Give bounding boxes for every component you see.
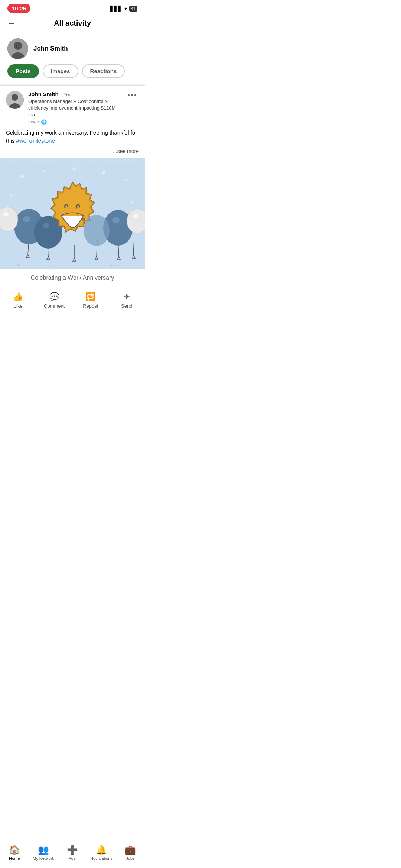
svg-point-30 [3, 212, 9, 217]
post-hashtag[interactable]: #workmilestone [16, 137, 55, 144]
like-icon: 👍 [13, 292, 23, 302]
svg-point-37 [133, 214, 138, 218]
post-image [0, 158, 145, 269]
post-meta: John Smith · You Operations Manager – Co… [28, 91, 121, 125]
celebration-svg [0, 165, 145, 269]
profile-name: John Smith [33, 45, 68, 52]
like-label: Like [14, 303, 23, 309]
status-time: 10:26 [7, 4, 30, 13]
globe-icon: 🌐 [41, 119, 47, 125]
page-title: All activity [54, 19, 91, 27]
post-timestamp: now • 🌐 [28, 119, 121, 125]
comment-icon: 💬 [49, 292, 59, 302]
svg-point-8 [21, 175, 24, 178]
signal-icon: ▋▋▋ [110, 6, 122, 12]
dot-separator: • [38, 119, 39, 124]
svg-point-33 [82, 218, 85, 221]
battery-icon: 41 [129, 6, 137, 12]
like-button[interactable]: 👍 Like [0, 292, 36, 309]
more-options-button[interactable]: ••• [126, 91, 139, 100]
avatar [7, 38, 28, 59]
post-image-caption: Celebrating a Work Anniversary [0, 269, 145, 288]
svg-point-14 [10, 194, 13, 197]
svg-point-28 [23, 216, 30, 222]
profile-section: John Smith [0, 32, 145, 64]
post-avatar [6, 91, 24, 109]
wifi-icon: ▾ [124, 6, 127, 12]
svg-point-40 [55, 266, 56, 267]
post-name-row: John Smith · You [28, 91, 121, 97]
status-bar: 10:26 ▋▋▋ ▾ 41 [0, 0, 145, 15]
send-button[interactable]: ✈ Send [109, 292, 145, 309]
tab-posts[interactable]: Posts [7, 64, 39, 78]
send-label: Send [121, 303, 132, 309]
svg-rect-3 [16, 45, 17, 48]
content-area: John Smith Posts Images Reactions John S… [0, 32, 145, 346]
svg-point-12 [72, 167, 76, 171]
svg-point-35 [112, 217, 120, 223]
svg-point-32 [43, 223, 49, 228]
post-subtitle: Operations Manager – Cost control & effi… [28, 98, 121, 119]
tab-reactions[interactable]: Reactions [82, 64, 125, 78]
timestamp-text: now [28, 119, 36, 124]
status-icons: ▋▋▋ ▾ 41 [110, 6, 137, 12]
send-icon: ✈ [123, 292, 130, 302]
svg-point-41 [110, 265, 113, 267]
top-nav: ← All activity [0, 15, 145, 32]
post-author-name: John Smith [28, 91, 59, 97]
post-text: Celebrating my work anniversary. Feeling… [0, 129, 145, 148]
post-you-badge: · You [61, 92, 72, 97]
see-more-link[interactable]: ...see more [0, 148, 145, 158]
svg-point-39 [17, 264, 20, 266]
svg-point-5 [12, 94, 18, 101]
post-header: John Smith · You Operations Manager – Co… [0, 86, 145, 129]
svg-point-13 [131, 201, 133, 204]
back-button[interactable]: ← [7, 19, 16, 28]
filter-tabs: Posts Images Reactions [0, 64, 145, 84]
repost-button[interactable]: 🔁 Repost [72, 292, 109, 309]
svg-point-11 [125, 179, 127, 181]
repost-icon: 🔁 [85, 292, 95, 302]
repost-label: Repost [83, 303, 98, 309]
action-bar: 👍 Like 💬 Comment 🔁 Repost ✈ Send [0, 288, 145, 312]
comment-button[interactable]: 💬 Comment [36, 292, 73, 309]
svg-point-38 [84, 215, 110, 246]
svg-point-1 [14, 42, 22, 50]
post-card: John Smith · You Operations Manager – Co… [0, 85, 145, 312]
svg-point-9 [43, 170, 46, 172]
tab-images[interactable]: Images [43, 64, 78, 78]
svg-point-10 [102, 171, 105, 174]
comment-label: Comment [44, 303, 65, 309]
